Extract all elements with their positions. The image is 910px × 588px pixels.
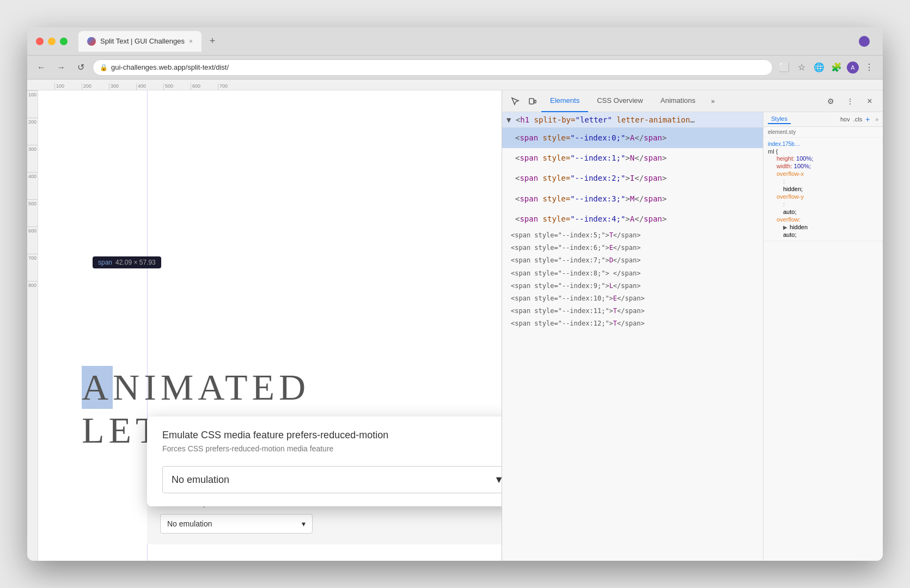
styles-source-file-link[interactable]: index.175b… [768, 141, 800, 147]
tab-bar: Split Text | GUI Challenges × + [78, 31, 854, 52]
device-toolbar-icon[interactable] [524, 93, 541, 110]
css-val-width: 100%; [794, 163, 811, 169]
span-line-10[interactable]: <span style="--index:10;">E</span> [502, 292, 763, 305]
emulation-popup: × Emulate CSS media feature prefers-redu… [147, 416, 502, 506]
emulation-subtitle: Forces CSS prefers-reduced-motion media … [162, 444, 502, 453]
tab-close-button[interactable]: × [189, 38, 193, 45]
styles-prop-auto: auto; [768, 208, 878, 216]
emulation-bg-select-value: No emulation [167, 519, 212, 528]
styles-tab-styles[interactable]: Styles [768, 114, 791, 124]
ruler-mark: 400 [136, 83, 163, 90]
devtools-more-icon[interactable]: ⋮ [841, 93, 859, 110]
css-prop-overflow: overflow: [777, 216, 801, 223]
browser-tab[interactable]: Split Text | GUI Challenges × [78, 31, 201, 52]
css-colon-y: : [783, 201, 785, 207]
more-styles-btn[interactable]: » [875, 117, 878, 122]
traffic-lights [36, 38, 68, 45]
more-tabs-icon[interactable]: » [704, 93, 722, 110]
span-line-11[interactable]: <span style="--index:11;">T</span> [502, 305, 763, 317]
css-colon: : [783, 178, 785, 185]
tab-css-overview[interactable]: CSS Overview [588, 90, 652, 112]
menu-icon[interactable]: ⋮ [862, 60, 876, 75]
nav-bar: ← → ↺ 🔒 gui-challenges.web.app/split-tex… [27, 56, 883, 79]
profile-icon[interactable] [859, 36, 870, 47]
css-prop-overflow-y: overflow-y [777, 193, 804, 200]
address-bar[interactable]: 🔒 gui-challenges.web.app/split-text/dist… [93, 59, 773, 76]
devtools-settings-icon[interactable]: ⚙ [822, 93, 839, 110]
styles-source-link: element.sty [764, 127, 883, 138]
tooltip-tag-name: span [98, 259, 112, 266]
span-line-8[interactable]: <span style="--index:8;"> </span> [502, 267, 763, 280]
ruler-v-mark: 500 [27, 199, 38, 226]
span-line-12[interactable]: <span style="--index:12;">T</span> [502, 317, 763, 330]
maximize-window-button[interactable] [60, 38, 68, 45]
nav-actions: ⬜ ☆ 🌐 🧩 A ⋮ [777, 60, 876, 75]
chrome-icon[interactable]: 🌐 [812, 60, 826, 75]
styles-hov-label[interactable]: hov [840, 116, 850, 122]
cast-icon[interactable]: ⬜ [777, 60, 791, 75]
span-line-3[interactable]: <span style="--index:3;">M</span> [502, 189, 763, 209]
bookmark-icon[interactable]: ☆ [795, 60, 809, 75]
expand-icon: ▶ [783, 224, 787, 230]
ruler-v-mark: 600 [27, 226, 38, 254]
new-tab-button[interactable]: + [204, 33, 221, 50]
elements-panel[interactable]: ▼ <h1 split-by="letter" letter-animation… [502, 112, 763, 561]
css-prop-overflow-x: overflow-x [777, 170, 804, 177]
devtools-close-button[interactable]: × [861, 93, 878, 110]
devtools-panel: Elements CSS Overview Animations » ⚙ ⋮ ×… [502, 90, 883, 561]
span-line-4[interactable]: <span style="--index:4;">A</span> [502, 209, 763, 229]
span-line-0[interactable]: <span style="--index:0;">A</span> [502, 128, 763, 148]
span-line-2[interactable]: <span style="--index:2;">I</span> [502, 168, 763, 188]
refresh-button[interactable]: ↺ [73, 60, 88, 75]
inspect-element-icon[interactable] [506, 93, 524, 110]
css-val-hidden: hidden; [783, 186, 803, 192]
tab-favicon [87, 37, 96, 46]
page-content: span 42.09 × 57.93 ANIMATED LETTERS Forc… [38, 90, 502, 561]
css-prop-width: width: [777, 163, 792, 169]
extension-icon[interactable]: 🧩 [829, 60, 844, 75]
title-bar: Split Text | GUI Challenges × + [27, 27, 883, 56]
minimize-window-button[interactable] [48, 38, 56, 45]
forward-button[interactable]: → [53, 60, 69, 75]
emulation-select-value: No emulation [172, 474, 229, 486]
emulation-bg-select[interactable]: No emulation ▾ [160, 514, 313, 534]
styles-prop-overflow-hidden: ▶ hidden [768, 223, 878, 231]
emulation-select-arrow: ▼ [494, 474, 502, 486]
span-line-5[interactable]: <span style="--index:5;">T</span> [502, 229, 763, 242]
span-line-7[interactable]: <span style="--index:7;">D</span> [502, 254, 763, 267]
styles-cls-label[interactable]: .cls [853, 116, 863, 122]
tooltip-dimensions: 42.09 × 57.93 [115, 259, 156, 266]
styles-html-block: index.175b… ml { height: 100%; width: 10… [764, 138, 883, 241]
styles-prop-auto2: auto; [768, 231, 878, 238]
emulation-select[interactable]: No emulation ▼ [162, 466, 502, 493]
tab-animations[interactable]: Animations [652, 90, 704, 112]
window-controls [859, 36, 874, 47]
css-val-auto: auto; [783, 209, 796, 215]
span-line-6[interactable]: <span style="--index:6;">E</span> [502, 242, 763, 254]
split-by-val: "letter" [575, 115, 616, 124]
emulation-title: Emulate CSS media feature prefers-reduce… [162, 430, 502, 441]
ruler-v-mark: 700 [27, 254, 38, 281]
tab-elements[interactable]: Elements [541, 90, 588, 112]
svg-rect-0 [529, 99, 534, 104]
profile-nav-icon[interactable]: A [847, 62, 859, 74]
ruler-v-mark: 400 [27, 172, 38, 199]
ruler-v-mark: 300 [27, 145, 38, 172]
devtools-actions: ⚙ ⋮ × [822, 93, 878, 110]
split-by-attr: split-by= [534, 115, 576, 124]
letter-a-highlighted: A [82, 366, 113, 409]
close-window-button[interactable] [36, 38, 44, 45]
browser-window: Split Text | GUI Challenges × + ← → ↺ 🔒 … [27, 27, 883, 561]
ruler-mark: 300 [109, 83, 136, 90]
lock-icon: 🔒 [100, 64, 108, 71]
span-line-1[interactable]: <span style="--index:1;">N</span> [502, 148, 763, 168]
styles-panel-header: Styles hov .cls + » [764, 112, 883, 127]
ruler-mark: 700 [218, 83, 245, 90]
ruler-v-mark: 200 [27, 118, 38, 145]
ruler-mark: 500 [163, 83, 191, 90]
styles-add-rule[interactable]: + [865, 115, 870, 124]
span-line-9[interactable]: <span style="--index:9;">L</span> [502, 280, 763, 292]
styles-prop-height: height: 100%; [768, 155, 878, 162]
back-button[interactable]: ← [34, 60, 49, 75]
h1-tag: h1 [520, 115, 534, 124]
